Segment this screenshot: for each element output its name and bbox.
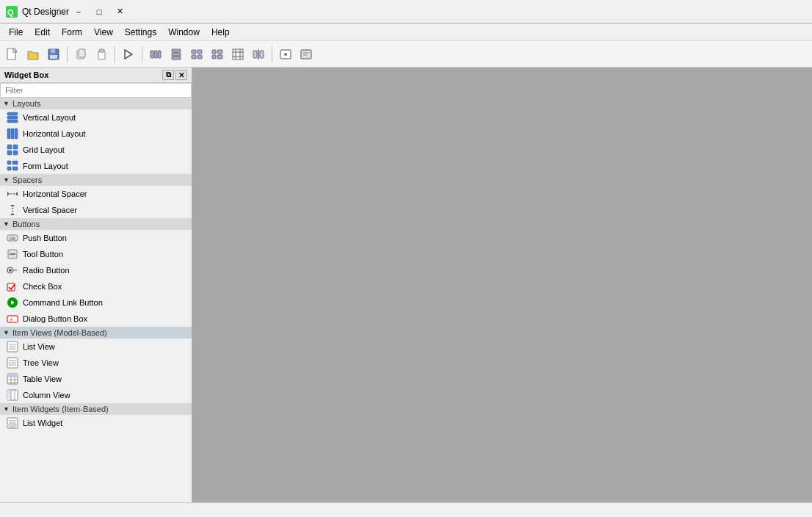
svg-point-63 <box>9 269 12 272</box>
widget-box-restore-button[interactable]: ⧉ <box>162 70 174 80</box>
svg-rect-41 <box>7 129 10 139</box>
layout-form-button[interactable] <box>208 45 227 64</box>
close-button[interactable]: ✕ <box>110 4 129 19</box>
check-box-icon <box>6 280 19 293</box>
check-box-label: Check Box <box>23 282 62 291</box>
layouts-chevron: ▼ <box>3 100 10 107</box>
item-form-layout[interactable]: Form Layout <box>0 158 192 174</box>
minimize-button[interactable]: − <box>69 4 88 19</box>
item-check-box[interactable]: Check Box <box>0 278 192 294</box>
dialog-button-label: Dialog Button Box <box>23 314 87 323</box>
dialog-button-icon: ✕ <box>6 312 19 325</box>
table-view-label: Table View <box>23 375 62 383</box>
svg-rect-24 <box>217 55 222 59</box>
grid-layout-icon <box>6 143 19 156</box>
list-view-label: List View <box>23 342 55 351</box>
item-radio-button[interactable]: Radio Button <box>0 262 192 278</box>
item-list-widget[interactable]: List Widget <box>0 415 192 431</box>
svg-rect-29 <box>233 49 243 59</box>
section-item-views[interactable]: ▼ Item Views (Model-Based) <box>0 327 192 339</box>
svg-rect-32 <box>260 51 264 58</box>
column-view-label: Column View <box>23 391 70 400</box>
section-layouts[interactable]: ▼ Layouts <box>0 98 192 109</box>
menu-window[interactable]: Window <box>162 26 206 39</box>
tree-view-label: Tree View <box>23 358 59 367</box>
main-container: Widget Box ⧉ ✕ ▼ Layouts Vertical Layout <box>0 68 812 502</box>
item-horizontal-layout[interactable]: Horizontal Layout <box>0 126 192 142</box>
svg-rect-40 <box>7 120 18 123</box>
layouts-label: Layouts <box>12 99 41 108</box>
item-widgets-label: Item Widgets (Item-Based) <box>12 405 109 413</box>
svg-rect-45 <box>13 145 18 149</box>
menu-view[interactable]: View <box>88 26 119 39</box>
item-tool-button[interactable]: Tool Button <box>0 246 192 262</box>
item-grid-layout[interactable]: Grid Layout <box>0 142 192 158</box>
svg-rect-38 <box>7 112 18 115</box>
item-column-view[interactable]: Column View <box>0 387 192 403</box>
item-dialog-button[interactable]: ✕ Dialog Button Box <box>0 311 192 327</box>
save-button[interactable] <box>44 45 63 64</box>
form-layout-icon <box>6 159 19 173</box>
svg-text:Q: Q <box>7 8 14 17</box>
svg-rect-12 <box>154 51 157 58</box>
item-vertical-layout[interactable]: Vertical Layout <box>0 109 192 126</box>
maximize-button[interactable]: □ <box>90 4 109 19</box>
edit-widgets-button[interactable] <box>119 45 138 64</box>
new-button[interactable] <box>3 45 22 64</box>
horizontal-spacer-label: Horizontal Spacer <box>23 189 87 198</box>
item-table-view[interactable]: Table View <box>0 371 192 387</box>
item-vertical-spacer[interactable]: Vertical Spacer <box>0 202 192 218</box>
widget-box-close-button[interactable]: ✕ <box>175 70 187 80</box>
item-tree-view[interactable]: Tree View <box>0 355 192 371</box>
svg-rect-35 <box>301 50 311 59</box>
radio-button-label: Radio Button <box>23 266 70 275</box>
svg-rect-86 <box>7 374 18 377</box>
menu-edit[interactable]: Edit <box>29 26 56 39</box>
svg-rect-18 <box>197 50 202 54</box>
app-icon: Q <box>6 6 18 18</box>
form-layout-label: Form Layout <box>23 162 68 170</box>
section-buttons[interactable]: ▼ Buttons <box>0 218 192 230</box>
spacers-label: Spacers <box>12 176 42 184</box>
menu-form[interactable]: Form <box>56 26 88 39</box>
svg-rect-20 <box>197 55 202 59</box>
radio-button-icon <box>6 264 19 277</box>
svg-rect-13 <box>158 51 161 58</box>
svg-rect-2 <box>7 48 15 59</box>
menu-settings[interactable]: Settings <box>119 26 162 39</box>
svg-marker-56 <box>10 205 15 207</box>
svg-rect-5 <box>50 55 57 59</box>
list-widget-icon <box>6 416 19 430</box>
item-push-button[interactable]: OK Push Button <box>0 230 192 246</box>
filter-input[interactable] <box>0 83 192 98</box>
item-horizontal-spacer[interactable]: Horizontal Spacer <box>0 186 192 202</box>
svg-rect-46 <box>7 151 12 155</box>
svg-rect-19 <box>192 55 196 59</box>
settings-button[interactable] <box>297 45 316 64</box>
splitter-h-button[interactable] <box>249 45 268 64</box>
copy-button[interactable] <box>71 45 90 64</box>
layout-break-button[interactable] <box>187 45 206 64</box>
title-text: Qt Designer <box>22 7 69 17</box>
layout-h-button[interactable] <box>146 45 165 64</box>
svg-rect-42 <box>11 129 14 139</box>
item-list-view[interactable]: List View <box>0 339 192 355</box>
canvas-area <box>192 68 812 502</box>
section-item-widgets[interactable]: ▼ Item Widgets (Item-Based) <box>0 403 192 415</box>
svg-point-34 <box>284 53 287 56</box>
layout-grid-button[interactable] <box>228 45 247 64</box>
preview-button[interactable] <box>276 45 295 64</box>
paste-button[interactable] <box>92 45 111 64</box>
open-button[interactable] <box>23 45 43 64</box>
menu-help[interactable]: Help <box>206 26 236 39</box>
section-spacers[interactable]: ▼ Spacers <box>0 174 192 186</box>
tool-button-icon <box>6 247 19 261</box>
toolbar-sep-4 <box>272 46 272 62</box>
horizontal-layout-label: Horizontal Layout <box>23 129 86 138</box>
list-view-icon <box>6 340 19 353</box>
layout-v-button[interactable] <box>167 45 186 64</box>
menu-file[interactable]: File <box>3 26 29 39</box>
svg-rect-11 <box>151 51 153 58</box>
item-command-link[interactable]: Command Link Button <box>0 294 192 311</box>
vertical-layout-icon <box>6 111 19 124</box>
